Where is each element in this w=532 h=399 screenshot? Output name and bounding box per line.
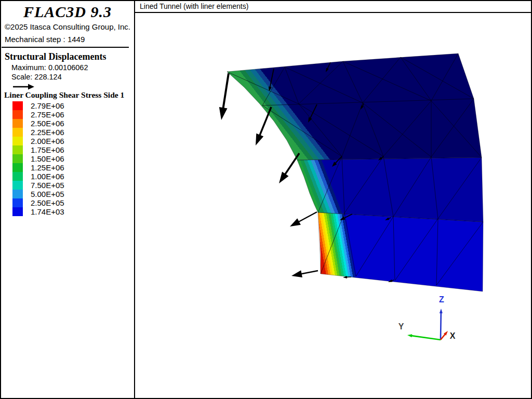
model-viewport[interactable]: ZYX (1, 1, 531, 398)
axis-label-x: X (450, 331, 456, 340)
flac3d-window: FLAC3D 9.3 ©2025 Itasca Consulting Group… (0, 0, 532, 399)
axis-triad: ZYX (398, 295, 456, 340)
axis-label-y: Y (398, 322, 404, 331)
tunnel-liner-shell (227, 54, 483, 291)
axis-label-z: Z (439, 295, 444, 304)
